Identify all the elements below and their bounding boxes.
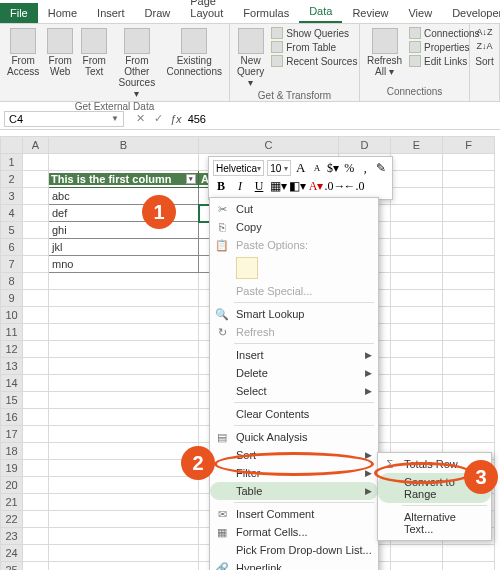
fill-color-button[interactable]: ◧▾ — [289, 178, 305, 194]
cell[interactable] — [443, 273, 495, 290]
cell[interactable] — [23, 545, 49, 562]
cell[interactable] — [391, 341, 443, 358]
cell[interactable] — [391, 307, 443, 324]
ctx-copy[interactable]: ⎘Copy — [210, 218, 378, 236]
accounting-format-button[interactable]: $▾ — [326, 160, 339, 176]
cell[interactable] — [443, 188, 495, 205]
cell[interactable] — [23, 341, 49, 358]
cell[interactable] — [23, 256, 49, 273]
col-header-f[interactable]: F — [443, 137, 495, 154]
cell[interactable] — [443, 341, 495, 358]
format-painter-icon[interactable]: ✎ — [375, 160, 388, 176]
cell[interactable] — [23, 154, 49, 171]
comma-format-button[interactable]: , — [359, 160, 372, 176]
cell[interactable] — [443, 171, 495, 188]
refresh-all-button[interactable]: Refresh All ▾ — [364, 26, 405, 79]
cell[interactable] — [49, 426, 199, 443]
cell[interactable] — [23, 273, 49, 290]
cell[interactable] — [391, 562, 443, 571]
cell[interactable] — [391, 205, 443, 222]
cell[interactable] — [443, 239, 495, 256]
cancel-icon[interactable]: ✕ — [134, 113, 146, 125]
cell[interactable] — [443, 307, 495, 324]
cell[interactable] — [391, 324, 443, 341]
cell[interactable] — [443, 375, 495, 392]
filter-icon[interactable]: ▾ — [186, 174, 196, 184]
cell[interactable] — [49, 375, 199, 392]
ctx-insert[interactable]: Insert▶ — [210, 346, 378, 364]
cell[interactable] — [443, 154, 495, 171]
row-header[interactable]: 20 — [1, 477, 23, 494]
cell[interactable] — [49, 545, 199, 562]
bold-button[interactable]: B — [213, 178, 229, 194]
ctx-quick-analysis[interactable]: ▤Quick Analysis — [210, 428, 378, 446]
cell[interactable] — [23, 239, 49, 256]
row-header[interactable]: 23 — [1, 528, 23, 545]
show-queries-button[interactable]: Show Queries — [269, 26, 359, 40]
row-header[interactable]: 19 — [1, 460, 23, 477]
percent-format-button[interactable]: % — [343, 160, 356, 176]
cell[interactable]: abc — [49, 188, 199, 205]
row-header[interactable]: 6 — [1, 239, 23, 256]
cell[interactable] — [443, 324, 495, 341]
cell[interactable] — [23, 443, 49, 460]
cell[interactable] — [443, 409, 495, 426]
row-header[interactable]: 21 — [1, 494, 23, 511]
cell[interactable] — [49, 154, 199, 171]
cell[interactable] — [391, 256, 443, 273]
underline-button[interactable]: U — [251, 178, 267, 194]
row-header[interactable]: 1 — [1, 154, 23, 171]
ctx-select[interactable]: Select▶ — [210, 382, 378, 400]
row-header[interactable]: 22 — [1, 511, 23, 528]
font-color-button[interactable]: A▾ — [308, 178, 324, 194]
cell[interactable] — [391, 222, 443, 239]
cell[interactable] — [23, 358, 49, 375]
cell[interactable] — [391, 545, 443, 562]
cell[interactable] — [443, 562, 495, 571]
row-header[interactable]: 18 — [1, 443, 23, 460]
row-header[interactable]: 5 — [1, 222, 23, 239]
cell[interactable] — [49, 392, 199, 409]
row-header[interactable]: 9 — [1, 290, 23, 307]
ctx-delete[interactable]: Delete▶ — [210, 364, 378, 382]
ctx-pick-dropdown[interactable]: Pick From Drop-down List... — [210, 541, 378, 559]
row-header[interactable]: 25 — [1, 562, 23, 571]
cell[interactable] — [443, 358, 495, 375]
font-size-select[interactable]: 10▾ — [267, 160, 291, 176]
cell[interactable] — [49, 273, 199, 290]
borders-button[interactable]: ▦▾ — [270, 178, 286, 194]
ctx-clear-contents[interactable]: Clear Contents — [210, 405, 378, 423]
cell[interactable] — [23, 494, 49, 511]
cell[interactable] — [49, 324, 199, 341]
cell[interactable] — [23, 392, 49, 409]
recent-sources-button[interactable]: Recent Sources — [269, 54, 359, 68]
cell[interactable] — [443, 222, 495, 239]
cell[interactable] — [391, 273, 443, 290]
cell[interactable] — [49, 494, 199, 511]
ctx-sort[interactable]: Sort▶ — [210, 446, 378, 464]
cell[interactable] — [23, 562, 49, 571]
cell[interactable] — [23, 171, 49, 188]
tab-insert[interactable]: Insert — [87, 3, 135, 23]
cell[interactable] — [23, 205, 49, 222]
cell[interactable] — [49, 511, 199, 528]
row-header[interactable]: 14 — [1, 375, 23, 392]
cell[interactable]: def — [49, 205, 199, 222]
row-header[interactable]: 16 — [1, 409, 23, 426]
increase-decimal-button[interactable]: .0→ — [327, 178, 343, 194]
cell[interactable] — [391, 426, 443, 443]
cell[interactable] — [23, 511, 49, 528]
tab-developer[interactable]: Developer — [442, 3, 500, 23]
font-select[interactable]: Helvetica▾ — [213, 160, 264, 176]
cell[interactable] — [443, 426, 495, 443]
select-all-corner[interactable] — [1, 137, 23, 154]
cell[interactable] — [49, 307, 199, 324]
tab-review[interactable]: Review — [342, 3, 398, 23]
from-web-button[interactable]: From Web — [44, 26, 76, 79]
decrease-font-icon[interactable]: A — [310, 160, 323, 176]
cell[interactable] — [443, 256, 495, 273]
cell[interactable] — [23, 477, 49, 494]
cell[interactable] — [443, 392, 495, 409]
row-header[interactable]: 13 — [1, 358, 23, 375]
cell[interactable] — [391, 290, 443, 307]
